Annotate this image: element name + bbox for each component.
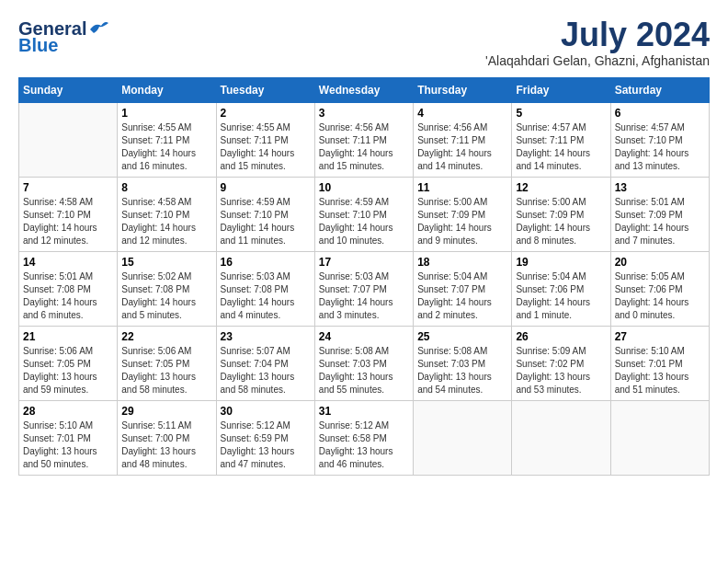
day-number: 22 xyxy=(121,330,211,343)
day-number: 17 xyxy=(319,256,409,269)
day-number: 11 xyxy=(417,181,507,194)
day-number: 8 xyxy=(121,181,211,194)
calendar-cell: 22Sunrise: 5:06 AMSunset: 7:05 PMDayligh… xyxy=(118,327,216,401)
day-number: 10 xyxy=(319,181,409,194)
day-info: Sunrise: 5:08 AMSunset: 7:03 PMDaylight:… xyxy=(417,345,507,396)
day-number: 14 xyxy=(23,256,113,269)
day-info: Sunrise: 5:11 AMSunset: 7:00 PMDaylight:… xyxy=(121,419,211,471)
calendar-cell: 12Sunrise: 5:00 AMSunset: 7:09 PMDayligh… xyxy=(512,178,610,252)
calendar-cell: 30Sunrise: 5:12 AMSunset: 6:59 PMDayligh… xyxy=(216,401,314,476)
calendar-cell: 23Sunrise: 5:07 AMSunset: 7:04 PMDayligh… xyxy=(216,327,314,401)
day-number: 20 xyxy=(615,256,705,269)
calendar-cell: 28Sunrise: 5:10 AMSunset: 7:01 PMDayligh… xyxy=(19,401,118,476)
calendar-cell: 13Sunrise: 5:01 AMSunset: 7:09 PMDayligh… xyxy=(610,178,709,252)
day-number: 7 xyxy=(23,181,113,194)
calendar-cell: 19Sunrise: 5:04 AMSunset: 7:06 PMDayligh… xyxy=(512,252,610,327)
day-number: 19 xyxy=(516,256,606,269)
column-header-monday: Monday xyxy=(118,78,216,103)
calendar-cell xyxy=(19,103,118,178)
day-number: 27 xyxy=(615,330,705,343)
day-info: Sunrise: 5:06 AMSunset: 7:05 PMDaylight:… xyxy=(121,345,211,396)
day-info: Sunrise: 4:56 AMSunset: 7:11 PMDaylight:… xyxy=(319,121,409,173)
day-info: Sunrise: 4:57 AMSunset: 7:11 PMDaylight:… xyxy=(516,121,606,173)
calendar-cell: 8Sunrise: 4:58 AMSunset: 7:10 PMDaylight… xyxy=(118,178,216,252)
calendar-cell: 6Sunrise: 4:57 AMSunset: 7:10 PMDaylight… xyxy=(610,103,709,178)
day-info: Sunrise: 5:01 AMSunset: 7:08 PMDaylight:… xyxy=(23,270,113,322)
day-info: Sunrise: 5:03 AMSunset: 7:08 PMDaylight:… xyxy=(221,270,311,322)
location-subtitle: 'Alaqahdari Gelan, Ghazni, Afghanistan xyxy=(485,53,710,68)
calendar-cell xyxy=(414,401,512,476)
day-number: 30 xyxy=(221,405,311,418)
calendar-cell: 5Sunrise: 4:57 AMSunset: 7:11 PMDaylight… xyxy=(512,103,610,178)
calendar-cell: 18Sunrise: 5:04 AMSunset: 7:07 PMDayligh… xyxy=(414,252,512,327)
calendar-cell: 24Sunrise: 5:08 AMSunset: 7:03 PMDayligh… xyxy=(314,327,413,401)
calendar-table: SundayMondayTuesdayWednesdayThursdayFrid… xyxy=(18,77,710,476)
day-info: Sunrise: 5:03 AMSunset: 7:07 PMDaylight:… xyxy=(319,270,409,322)
column-header-wednesday: Wednesday xyxy=(314,78,413,103)
day-info: Sunrise: 5:05 AMSunset: 7:06 PMDaylight:… xyxy=(615,270,705,322)
column-header-thursday: Thursday xyxy=(414,78,512,103)
day-info: Sunrise: 5:12 AMSunset: 6:58 PMDaylight:… xyxy=(319,419,409,471)
day-number: 25 xyxy=(417,330,507,343)
column-header-saturday: Saturday xyxy=(610,78,709,103)
day-number: 26 xyxy=(516,330,606,343)
calendar-cell: 25Sunrise: 5:08 AMSunset: 7:03 PMDayligh… xyxy=(414,327,512,401)
calendar-cell: 21Sunrise: 5:06 AMSunset: 7:05 PMDayligh… xyxy=(19,327,118,401)
calendar-cell: 26Sunrise: 5:09 AMSunset: 7:02 PMDayligh… xyxy=(512,327,610,401)
day-info: Sunrise: 5:00 AMSunset: 7:09 PMDaylight:… xyxy=(516,196,606,247)
day-info: Sunrise: 5:00 AMSunset: 7:09 PMDaylight:… xyxy=(417,196,507,247)
day-info: Sunrise: 5:02 AMSunset: 7:08 PMDaylight:… xyxy=(121,270,211,322)
day-info: Sunrise: 5:08 AMSunset: 7:03 PMDaylight:… xyxy=(319,345,409,396)
day-info: Sunrise: 4:59 AMSunset: 7:10 PMDaylight:… xyxy=(221,196,311,247)
day-info: Sunrise: 4:55 AMSunset: 7:11 PMDaylight:… xyxy=(221,121,311,173)
calendar-cell xyxy=(610,401,709,476)
calendar-cell: 4Sunrise: 4:56 AMSunset: 7:11 PMDaylight… xyxy=(414,103,512,178)
day-number: 3 xyxy=(319,107,409,120)
column-header-friday: Friday xyxy=(512,78,610,103)
column-header-sunday: Sunday xyxy=(19,78,118,103)
calendar-cell: 1Sunrise: 4:55 AMSunset: 7:11 PMDaylight… xyxy=(118,103,216,178)
day-info: Sunrise: 5:01 AMSunset: 7:09 PMDaylight:… xyxy=(615,196,705,247)
calendar-week-row: 28Sunrise: 5:10 AMSunset: 7:01 PMDayligh… xyxy=(19,401,710,476)
day-number: 24 xyxy=(319,330,409,343)
day-number: 2 xyxy=(221,107,311,120)
calendar-cell: 27Sunrise: 5:10 AMSunset: 7:01 PMDayligh… xyxy=(610,327,709,401)
calendar-cell: 16Sunrise: 5:03 AMSunset: 7:08 PMDayligh… xyxy=(216,252,314,327)
day-number: 31 xyxy=(319,405,409,418)
calendar-cell: 7Sunrise: 4:58 AMSunset: 7:10 PMDaylight… xyxy=(19,178,118,252)
calendar-week-row: 7Sunrise: 4:58 AMSunset: 7:10 PMDaylight… xyxy=(19,178,710,252)
calendar-cell: 10Sunrise: 4:59 AMSunset: 7:10 PMDayligh… xyxy=(314,178,413,252)
day-info: Sunrise: 5:07 AMSunset: 7:04 PMDaylight:… xyxy=(221,345,311,396)
day-number: 9 xyxy=(221,181,311,194)
calendar-cell: 29Sunrise: 5:11 AMSunset: 7:00 PMDayligh… xyxy=(118,401,216,476)
day-number: 16 xyxy=(221,256,311,269)
calendar-cell: 31Sunrise: 5:12 AMSunset: 6:58 PMDayligh… xyxy=(314,401,413,476)
day-number: 18 xyxy=(417,256,507,269)
calendar-cell xyxy=(512,401,610,476)
calendar-cell: 20Sunrise: 5:05 AMSunset: 7:06 PMDayligh… xyxy=(610,252,709,327)
calendar-cell: 17Sunrise: 5:03 AMSunset: 7:07 PMDayligh… xyxy=(314,252,413,327)
day-number: 1 xyxy=(121,107,211,120)
day-number: 12 xyxy=(516,181,606,194)
day-number: 4 xyxy=(417,107,507,120)
day-info: Sunrise: 4:55 AMSunset: 7:11 PMDaylight:… xyxy=(121,121,211,173)
day-info: Sunrise: 5:10 AMSunset: 7:01 PMDaylight:… xyxy=(23,419,113,471)
day-info: Sunrise: 4:56 AMSunset: 7:11 PMDaylight:… xyxy=(417,121,507,173)
day-info: Sunrise: 4:58 AMSunset: 7:10 PMDaylight:… xyxy=(23,196,113,247)
day-info: Sunrise: 5:04 AMSunset: 7:07 PMDaylight:… xyxy=(417,270,507,322)
calendar-header-row: SundayMondayTuesdayWednesdayThursdayFrid… xyxy=(19,78,710,103)
day-number: 29 xyxy=(121,405,211,418)
title-block: July 2024 'Alaqahdari Gelan, Ghazni, Afg… xyxy=(485,18,710,68)
calendar-cell: 9Sunrise: 4:59 AMSunset: 7:10 PMDaylight… xyxy=(216,178,314,252)
day-number: 28 xyxy=(23,405,113,418)
page-header: General Blue July 2024 'Alaqahdari Gelan… xyxy=(18,18,710,68)
day-number: 15 xyxy=(121,256,211,269)
calendar-week-row: 21Sunrise: 5:06 AMSunset: 7:05 PMDayligh… xyxy=(19,327,710,401)
day-number: 6 xyxy=(615,107,705,120)
calendar-week-row: 14Sunrise: 5:01 AMSunset: 7:08 PMDayligh… xyxy=(19,252,710,327)
day-number: 21 xyxy=(23,330,113,343)
column-header-tuesday: Tuesday xyxy=(216,78,314,103)
day-info: Sunrise: 4:57 AMSunset: 7:10 PMDaylight:… xyxy=(615,121,705,173)
day-info: Sunrise: 5:09 AMSunset: 7:02 PMDaylight:… xyxy=(516,345,606,396)
calendar-cell: 2Sunrise: 4:55 AMSunset: 7:11 PMDaylight… xyxy=(216,103,314,178)
